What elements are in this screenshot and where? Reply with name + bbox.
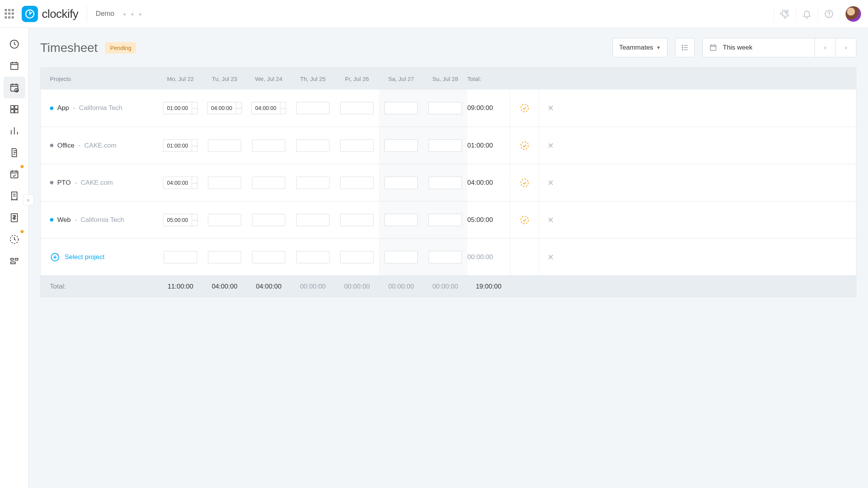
project-color-icon	[50, 144, 53, 147]
date-next-button[interactable]: ›	[835, 38, 856, 57]
col-day-6: Su, Jul 28	[423, 76, 467, 82]
project-cell[interactable]: App - California Tech	[50, 104, 158, 112]
cell-options-icon[interactable]: ⋮	[192, 177, 198, 189]
remove-row-icon[interactable]: ✕	[539, 239, 563, 275]
remove-row-icon[interactable]: ✕	[539, 201, 563, 238]
time-cell-0-6[interactable]	[429, 102, 462, 114]
time-cell-1-5[interactable]	[384, 139, 418, 152]
svg-point-18	[521, 104, 528, 112]
table-row: App - California Tech ⋮ ⋮ ⋮ 09:00:00 ✕	[41, 89, 856, 127]
sidebar-item-dashboard[interactable]	[3, 98, 25, 120]
project-color-icon	[50, 181, 53, 184]
time-cell-new-1[interactable]	[208, 251, 241, 263]
time-cell-3-5[interactable]	[384, 214, 418, 226]
sidebar-item-invoices[interactable]	[3, 207, 25, 229]
view-list-button[interactable]	[675, 38, 695, 57]
project-cell[interactable]: Web - California Tech	[50, 216, 158, 224]
table-header: Projects Mo, Jul 22 Tu, Jul 23 We, Jul 2…	[41, 68, 856, 89]
footer-total-4: 00:00:00	[335, 283, 379, 290]
divider	[87, 6, 87, 22]
time-cell-3-4[interactable]	[340, 214, 374, 226]
time-cell-3-6[interactable]	[429, 214, 462, 226]
avatar[interactable]	[846, 6, 861, 22]
logo[interactable]: clockify	[22, 6, 78, 22]
time-cell-1-6[interactable]	[429, 139, 462, 152]
time-cell-2-2[interactable]	[252, 177, 285, 189]
col-day-0: Mo, Jul 22	[158, 76, 202, 82]
time-cell-2-1[interactable]	[208, 177, 241, 189]
sidebar-item-schedule[interactable]	[3, 250, 25, 272]
time-cell-0-1[interactable]	[207, 102, 236, 114]
time-cell-new-6[interactable]	[429, 251, 462, 263]
time-cell-1-1[interactable]	[208, 139, 241, 152]
project-cell[interactable]: Office - CAKE.com	[50, 142, 158, 149]
col-day-3: Th, Jul 25	[291, 76, 335, 82]
project-cell[interactable]: PTO - CAKE.com	[50, 179, 158, 187]
apps-grid-icon[interactable]	[5, 9, 15, 19]
time-cell-new-5[interactable]	[384, 251, 418, 263]
time-cell-3-3[interactable]	[296, 214, 329, 226]
time-cell-1-2[interactable]	[252, 139, 285, 152]
sidebar-item-expenses[interactable]	[3, 185, 25, 207]
time-cell-0-5[interactable]	[384, 102, 418, 114]
sidebar-item-approvals[interactable]	[3, 163, 25, 185]
time-cell-new-2[interactable]	[252, 251, 285, 263]
svg-rect-10	[15, 110, 18, 113]
extensions-icon[interactable]	[775, 5, 794, 23]
time-cell-0-2[interactable]	[251, 102, 280, 114]
time-cell-2-0[interactable]	[163, 177, 192, 189]
select-project-button[interactable]: Select project	[50, 252, 158, 262]
cell-options-icon[interactable]: ⋮	[192, 214, 198, 226]
more-options-icon[interactable]: ● ● ●	[123, 11, 143, 17]
time-cell-0-3[interactable]	[296, 102, 329, 114]
teammates-dropdown[interactable]: Teammates ▼	[612, 38, 667, 57]
row-status-icon[interactable]	[520, 178, 530, 188]
time-cell-new-3[interactable]	[296, 251, 329, 263]
cell-options-icon[interactable]: ⋮	[280, 102, 286, 114]
time-cell-1-0[interactable]	[163, 139, 192, 152]
time-cell-3-2[interactable]	[252, 214, 285, 226]
time-cell-2-5[interactable]	[384, 177, 418, 189]
row-status-icon[interactable]	[520, 215, 530, 225]
cell-options-icon[interactable]: ⋮	[236, 102, 242, 114]
col-day-4: Fr, Jul 26	[335, 76, 379, 82]
sidebar-item-calendar[interactable]	[3, 55, 25, 77]
cell-options-icon[interactable]: ⋮	[192, 139, 198, 152]
help-icon[interactable]	[820, 5, 838, 23]
chevron-down-icon: ▼	[656, 45, 661, 50]
sidebar-item-tracker[interactable]	[3, 33, 25, 55]
time-cell-2-4[interactable]	[340, 177, 374, 189]
row-status-icon[interactable]	[520, 103, 530, 113]
cell-options-icon[interactable]: ⋮	[192, 102, 198, 114]
svg-point-15	[682, 47, 683, 48]
time-cell-0-4[interactable]	[340, 102, 374, 114]
time-cell-new-4[interactable]	[340, 251, 374, 263]
time-cell-3-1[interactable]	[208, 214, 241, 226]
row-total: 00:00:00	[467, 253, 510, 261]
time-cell-new-0[interactable]	[164, 251, 197, 263]
svg-point-20	[521, 179, 528, 187]
date-range-button[interactable]: This week	[702, 38, 815, 57]
time-cell-1-3[interactable]	[296, 139, 329, 152]
time-cell-1-4[interactable]	[340, 139, 374, 152]
sidebar-item-reports[interactable]	[3, 120, 25, 142]
notifications-bell-icon[interactable]	[798, 5, 816, 23]
time-cell-2-6[interactable]	[429, 177, 462, 189]
remove-row-icon[interactable]: ✕	[539, 127, 563, 164]
time-cell-0-0[interactable]	[163, 102, 192, 114]
date-prev-button[interactable]: ‹	[815, 38, 835, 57]
status-badge: Pending	[105, 42, 136, 53]
time-cell-3-0[interactable]	[163, 214, 192, 226]
project-client: CAKE.com	[84, 142, 117, 149]
time-cell-2-3[interactable]	[296, 177, 329, 189]
project-client: California Tech	[81, 216, 124, 224]
remove-row-icon[interactable]: ✕	[539, 164, 563, 201]
remove-row-icon[interactable]: ✕	[539, 89, 563, 127]
sidebar-item-timesheet[interactable]	[3, 77, 25, 98]
sidebar-item-timeoff[interactable]	[3, 229, 25, 250]
project-name: PTO	[57, 179, 71, 187]
row-status-icon[interactable]	[520, 141, 530, 151]
workspace-name[interactable]: Demo	[96, 10, 114, 18]
sidebar-expand-button[interactable]: »	[23, 194, 34, 205]
sidebar-item-projects[interactable]	[3, 142, 25, 163]
